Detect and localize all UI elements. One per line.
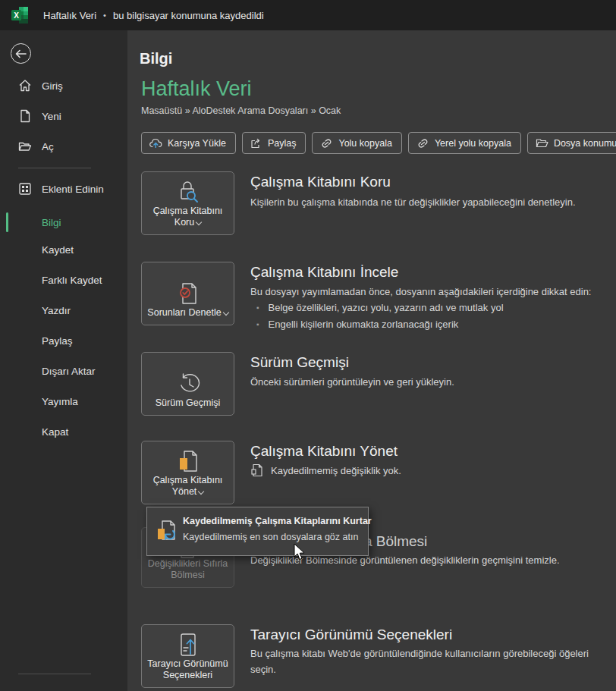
workbook-title: Haftalık Veri bbox=[141, 77, 252, 101]
chevron-down-icon bbox=[196, 218, 202, 225]
chevron-down-icon bbox=[198, 488, 204, 494]
quick-action-label: Karşıya Yükle bbox=[168, 138, 226, 149]
sidebar-item-open[interactable]: Aç bbox=[0, 131, 127, 162]
share-button[interactable]: Paylaş bbox=[242, 132, 306, 154]
tile-label: Değişiklikleri Sıfırla Bölmesi bbox=[146, 558, 231, 587]
info-page: Bilgi Haftalık Veri Masaüstü » AloDestek… bbox=[127, 30, 616, 691]
sidebar-item-label: Farklı Kaydet bbox=[42, 275, 102, 286]
history-clock-icon bbox=[175, 353, 201, 397]
inspect-heading: Çalışma Kitabını İncele bbox=[250, 264, 398, 281]
protect-workbook-button[interactable]: Çalışma Kitabını Koru bbox=[141, 171, 234, 235]
svg-text:X: X bbox=[14, 11, 19, 20]
inspect-document-icon bbox=[175, 262, 201, 307]
addins-grid-icon bbox=[18, 182, 32, 196]
history-heading: Sürüm Geçmişi bbox=[250, 354, 349, 371]
title-separator-dot: • bbox=[103, 11, 106, 20]
home-icon bbox=[18, 79, 32, 93]
breadcrumb: Masaüstü » AloDestek Arama Dosyaları » O… bbox=[141, 105, 341, 116]
page-title: Bilgi bbox=[140, 50, 172, 68]
sidebar-item-export[interactable]: Dışarı Aktar bbox=[0, 356, 127, 386]
sidebar-item-new[interactable]: Yeni bbox=[0, 101, 127, 131]
bullet-icon: ▪ bbox=[256, 301, 259, 315]
link-icon bbox=[416, 139, 429, 148]
browser-heading: Tarayıcı Görünümü Seçenekleri bbox=[250, 627, 452, 643]
sidebar-item-save-as[interactable]: Farklı Kaydet bbox=[0, 265, 127, 295]
recover-unsaved-workbooks-menu-item[interactable]: Kaydedilmemiş Çalışma Kitaplarını Kurtar… bbox=[146, 507, 369, 556]
browser-description: Bu çalışma kitabı Web'de görüntülendiğin… bbox=[250, 645, 592, 677]
sidebar-bottom-divider bbox=[18, 674, 91, 674]
titlebar: X Haftalık Veri • bu bilgisayar konumuna… bbox=[0, 0, 616, 30]
flyout-subtitle: Kaydedilmemiş en son dosyalara göz atın bbox=[183, 532, 358, 542]
workbook-status-icon bbox=[251, 463, 263, 477]
sidebar-item-publish[interactable]: Yayımla bbox=[0, 386, 127, 416]
copy-path-button[interactable]: Yolu kopyala bbox=[312, 132, 401, 154]
inspect-description: Bu dosyayı yayımlamadan önce, dosyanın a… bbox=[250, 284, 614, 300]
recover-unsaved-icon bbox=[156, 519, 179, 545]
sidebar-item-close[interactable]: Kapat bbox=[0, 416, 127, 447]
browser-view-options-button[interactable]: Tarayıcı Görünümü Seçenekleri bbox=[141, 624, 234, 688]
sidebar-item-info[interactable]: Bilgi bbox=[0, 207, 127, 237]
share-icon bbox=[250, 138, 262, 149]
history-description: Önceki sürümleri görüntüleyin ve geri yü… bbox=[250, 374, 607, 390]
backstage-sidebar: Giriş Yeni Aç Eklenti Edinin bbox=[0, 30, 127, 691]
sidebar-item-share[interactable]: Paylaş bbox=[0, 325, 127, 356]
chevron-down-icon bbox=[222, 309, 228, 315]
sidebar-item-label: Yeni bbox=[42, 111, 61, 122]
inspect-bullet-1: ▪ Belge özellikleri, yazıcı yolu, yazarı… bbox=[256, 301, 504, 315]
copy-local-path-button[interactable]: Yerel yolu kopyala bbox=[408, 132, 521, 154]
save-status-text: bu bilgisayar konumuna kaydedildi bbox=[113, 10, 264, 21]
sidebar-item-label: Kaydet bbox=[42, 244, 74, 256]
sidebar-item-label: Giriş bbox=[42, 80, 63, 92]
sidebar-divider bbox=[18, 168, 91, 168]
quick-action-label: Dosya konumunu aç bbox=[554, 138, 616, 149]
back-button[interactable] bbox=[11, 43, 31, 64]
bullet-icon: ▪ bbox=[256, 318, 259, 331]
version-history-button[interactable]: Sürüm Geçmişi bbox=[141, 352, 234, 416]
sidebar-item-label: Bilgi bbox=[42, 217, 61, 228]
tile-label: Sorunları Denetle bbox=[146, 307, 231, 325]
protect-description: Kişilerin bu çalışma kitabında ne tür de… bbox=[250, 194, 607, 210]
manage-workbook-icon bbox=[175, 441, 201, 475]
new-document-icon bbox=[18, 109, 32, 123]
sidebar-item-label: Aç bbox=[42, 141, 54, 152]
sidebar-item-save[interactable]: Kaydet bbox=[0, 234, 127, 265]
tile-label: Çalışma Kitabını Koru bbox=[146, 206, 231, 234]
link-icon bbox=[320, 139, 333, 148]
open-folder-icon bbox=[18, 140, 32, 153]
tile-label: Çalışma Kitabını Yönet bbox=[146, 475, 231, 504]
quick-action-label: Paylaş bbox=[268, 138, 297, 149]
check-for-issues-button[interactable]: Sorunları Denetle bbox=[141, 262, 234, 325]
sidebar-item-label: Yazdır bbox=[42, 305, 71, 316]
cloud-upload-icon bbox=[149, 138, 162, 148]
sidebar-item-home[interactable]: Giriş bbox=[0, 71, 127, 101]
excel-logo-icon: X bbox=[11, 7, 29, 24]
unsaved-status-text: Kaydedilmemiş değişiklik yok. bbox=[271, 465, 401, 476]
sidebar-item-print[interactable]: Yazdır bbox=[0, 295, 127, 325]
excel-backstage-info: X Haftalık Veri • bu bilgisayar konumuna… bbox=[0, 0, 616, 691]
quick-action-label: Yerel yolu kopyala bbox=[435, 138, 511, 149]
flyout-title: Kaydedilmemiş Çalışma Kitaplarını Kurtar bbox=[183, 516, 372, 526]
tile-label: Sürüm Geçmişi bbox=[146, 397, 231, 415]
quick-actions-row: Karşıya Yükle Paylaş Yolu kopyala bbox=[141, 132, 616, 154]
back-arrow-icon bbox=[15, 49, 27, 58]
browser-view-icon bbox=[177, 625, 200, 658]
sidebar-item-label: Eklenti Edinin bbox=[42, 184, 104, 195]
protect-heading: Çalışma Kitabını Koru bbox=[250, 174, 391, 190]
manage-workbook-button[interactable]: Çalışma Kitabını Yönet bbox=[141, 441, 234, 504]
sidebar-item-label: Kapat bbox=[42, 426, 68, 438]
mouse-cursor bbox=[294, 543, 306, 561]
sidebar-item-label: Paylaş bbox=[42, 335, 73, 347]
selected-indicator bbox=[6, 212, 8, 232]
manage-heading: Çalışma Kitabını Yönet bbox=[250, 443, 398, 460]
sidebar-item-label: Dışarı Aktar bbox=[42, 366, 96, 377]
quick-action-label: Yolu kopyala bbox=[338, 138, 391, 149]
sidebar-item-addins[interactable]: Eklenti Edinin bbox=[0, 174, 127, 204]
lock-search-icon bbox=[174, 172, 202, 206]
document-title: Haftalık Veri bbox=[43, 10, 96, 21]
upload-button[interactable]: Karşıya Yükle bbox=[141, 132, 236, 154]
tile-label: Tarayıcı Görünümü Seçenekleri bbox=[146, 658, 231, 687]
inspect-bullet-2: ▪ Engelli kişilerin okumakta zorlanacağı… bbox=[256, 318, 458, 331]
unsaved-status-row: Kaydedilmemiş değişiklik yok. bbox=[251, 463, 401, 477]
open-file-location-button[interactable]: Dosya konumunu aç bbox=[527, 132, 616, 154]
folder-icon bbox=[536, 138, 548, 148]
